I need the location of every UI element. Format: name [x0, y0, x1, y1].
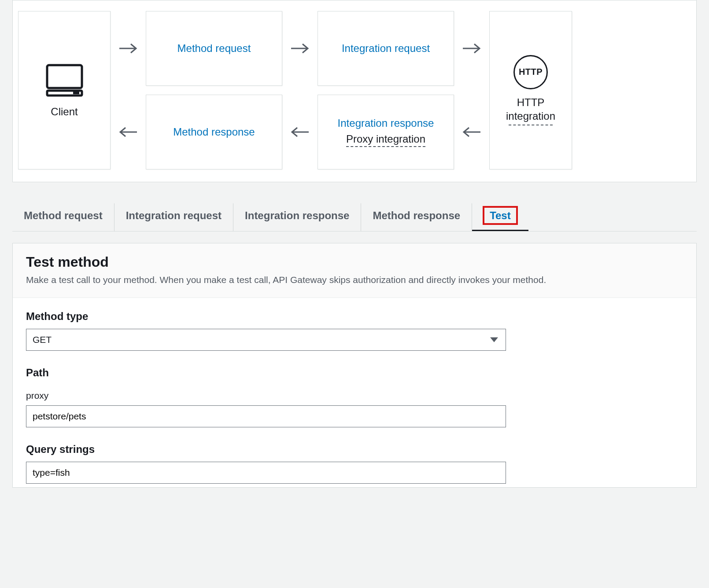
- method-response-link[interactable]: Method response: [173, 126, 255, 138]
- method-request-link[interactable]: Method request: [177, 42, 251, 55]
- arrow-left-icon: [282, 95, 318, 169]
- proxy-integration-label: Proxy integration: [346, 133, 425, 147]
- arrow-left-icon: [111, 95, 146, 169]
- arrow-right-icon: [111, 11, 146, 86]
- path-heading: Path: [26, 367, 683, 379]
- method-type-label: Method type: [26, 310, 506, 323]
- http-integration-box: HTTP HTTP integration: [489, 11, 572, 169]
- tab-test-highlight[interactable]: Test: [484, 207, 517, 224]
- test-method-title: Test method: [26, 254, 683, 270]
- integration-request-box[interactable]: Integration request: [318, 11, 454, 86]
- arrow-right-icon: [454, 11, 489, 86]
- arrow-left-icon: [454, 95, 489, 169]
- client-icon: [44, 62, 85, 98]
- http-icon: HTTP: [513, 55, 548, 89]
- test-method-subtitle: Make a test call to your method. When yo…: [26, 275, 683, 285]
- integration-response-box[interactable]: Integration response Proxy integration: [318, 95, 454, 169]
- chevron-down-icon: [490, 338, 498, 342]
- client-label: Client: [51, 106, 78, 118]
- tab-integration-response[interactable]: Integration response: [233, 203, 361, 231]
- tab-integration-request[interactable]: Integration request: [114, 203, 233, 231]
- tabs: Method request Integration request Integ…: [12, 203, 697, 232]
- svg-rect-0: [47, 65, 82, 88]
- proxy-label: proxy: [26, 390, 506, 401]
- integration-response-link[interactable]: Integration response: [338, 117, 434, 129]
- tab-method-response[interactable]: Method response: [361, 203, 472, 231]
- method-response-box[interactable]: Method response: [146, 95, 282, 169]
- query-strings-label: Query strings: [26, 443, 506, 456]
- arrow-right-icon: [282, 11, 318, 86]
- tab-method-request[interactable]: Method request: [12, 203, 114, 231]
- client-box: Client: [18, 11, 111, 169]
- integration-request-link[interactable]: Integration request: [342, 42, 430, 55]
- method-request-box[interactable]: Method request: [146, 11, 282, 86]
- tab-test[interactable]: Test: [472, 203, 528, 231]
- test-method-panel: Test method Make a test call to your met…: [12, 243, 697, 488]
- svg-rect-2: [73, 92, 79, 94]
- method-execution-diagram: Client Method request Integration reques…: [12, 0, 697, 182]
- method-type-select[interactable]: GET: [26, 329, 506, 351]
- query-strings-input[interactable]: [26, 462, 506, 484]
- method-type-value[interactable]: GET: [26, 329, 506, 351]
- http-integration-label: HTTP integration: [493, 96, 568, 125]
- proxy-input[interactable]: [26, 405, 506, 427]
